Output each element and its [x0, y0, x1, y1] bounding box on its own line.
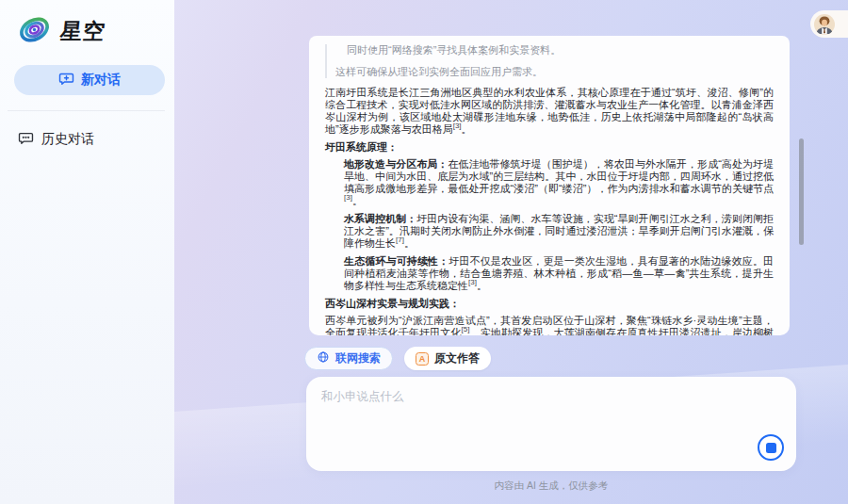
- composer-toolbar: 联网搜索 A 原文作答: [304, 347, 491, 370]
- original-text-icon: A: [416, 352, 429, 366]
- citation-link[interactable]: [3]: [344, 193, 352, 202]
- original-answer-label: 原文作答: [434, 350, 480, 366]
- citation-link[interactable]: [3]: [453, 122, 462, 130]
- answer-paragraph: 西岑单元被列为“沪派江南营造试点”，其首发启动区位于山深村，聚焦“珠链水乡·灵动…: [325, 315, 774, 335]
- thinking-line: 这样可确保从理论到实例全面回应用户需求。: [335, 66, 774, 78]
- assistant-message-card: 同时使用“网络搜索”寻找具体案例和实景资料。 这样可确保从理论到实例全面回应用户…: [309, 36, 790, 335]
- citation-link[interactable]: [7]: [396, 236, 404, 244]
- sidebar-divider: [8, 110, 165, 111]
- brand-name: 星空: [58, 17, 106, 46]
- galaxy-logo-icon: [17, 13, 52, 50]
- web-search-label: 联网搜索: [335, 350, 381, 366]
- message-input[interactable]: [306, 377, 796, 443]
- list-item: 生态循环与可持续性：圩田不仅是农业区，更是一类次生湿地，具有显著的水陆边缘效应。…: [344, 255, 774, 292]
- chat-dots-icon: [18, 130, 34, 149]
- globe-icon: [317, 350, 330, 366]
- web-search-button[interactable]: 联网搜索: [304, 347, 393, 370]
- new-chat-label: 新对话: [81, 72, 121, 89]
- chat-scrollbar-thumb[interactable]: [799, 138, 804, 245]
- list-item: 水系调控机制：圩田内设有沟渠、涵闸、水车等设施，实现“旱则开闸引江水之利，涝则闭…: [344, 213, 774, 250]
- sidebar: 星空 新对话 历史对话: [0, 0, 174, 504]
- new-chat-button[interactable]: 新对话: [14, 65, 165, 95]
- message-input-card: [306, 377, 796, 471]
- chat-plus-icon: [58, 71, 74, 89]
- history-label: 历史对话: [41, 131, 94, 148]
- sidebar-item-history[interactable]: 历史对话: [0, 122, 174, 156]
- section-heading: 西岑山深村实景与规划实践：: [325, 298, 774, 310]
- ai-disclaimer: 内容由 AI 生成，仅供参考: [306, 480, 796, 493]
- section-heading: 圩田系统原理：: [325, 141, 774, 154]
- user-avatar[interactable]: [810, 10, 848, 38]
- citation-link[interactable]: [3]: [468, 278, 477, 286]
- answer-paragraph: 江南圩田系统是长江三角洲地区典型的水利农业体系，其核心原理在于通过“筑圩、浚沼、…: [325, 87, 774, 136]
- list-item: 地形改造与分区布局：在低洼地带修筑圩堤（围护堤），将农田与外水隔开，形成“高处为…: [344, 158, 774, 207]
- stop-generating-button[interactable]: [758, 434, 784, 461]
- brand: 星空: [0, 0, 174, 50]
- thinking-block: 同时使用“网络搜索”寻找具体案例和实景资料。 这样可确保从理论到实例全面回应用户…: [325, 44, 774, 78]
- stop-icon: [766, 443, 776, 453]
- thinking-line: 同时使用“网络搜索”寻找具体案例和实景资料。: [335, 44, 774, 57]
- original-answer-button[interactable]: A 原文作答: [404, 347, 491, 370]
- user-avatar-image: [813, 13, 836, 36]
